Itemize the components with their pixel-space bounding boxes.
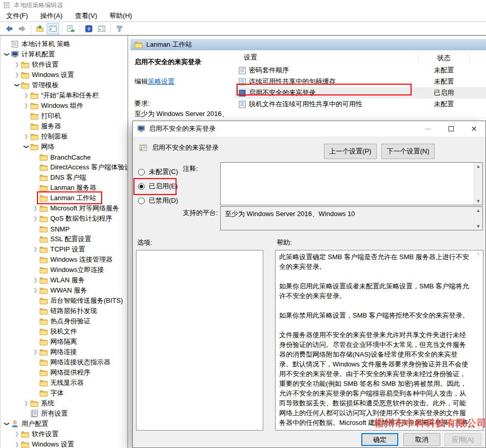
tree-item-server[interactable]: 服务器	[1, 121, 127, 131]
tree-item-wireless-display[interactable]: 无线显示器	[1, 378, 127, 388]
tree-item-control-panel[interactable]: ❯控制面板	[1, 131, 127, 142]
chevron-right-icon[interactable]: ❯	[31, 245, 40, 254]
tree-item-microsoft-peer-networking[interactable]: ❯Microsoft 对等网络服务	[1, 203, 127, 213]
tree-item-administrative-templates[interactable]: ❯管理模板	[1, 80, 127, 90]
maximize-icon[interactable]	[439, 121, 462, 137]
tree-item-windows-connection-manager[interactable]: Windows 连接管理器	[1, 255, 127, 265]
minimize-icon[interactable]	[416, 121, 439, 137]
cancel-button[interactable]: 取消	[403, 433, 440, 446]
radio-not-configured[interactable]: 未配置(C)	[138, 167, 178, 177]
back-arrow-icon[interactable]	[3, 23, 15, 34]
tree-item-dns-client[interactable]: DNS 客户端	[1, 172, 127, 183]
tree-item-local-computer-policy[interactable]: 本地计算机 策略	[1, 39, 127, 49]
tree-item-software-settings-user[interactable]: ❯软件设置	[1, 429, 127, 439]
tree-item-network-isolation[interactable]: 网络隔离	[1, 337, 127, 347]
tree-item-user-configuration[interactable]: ❯用户配置	[1, 419, 127, 429]
tree-item-all-settings[interactable]: 所有设置	[1, 408, 127, 419]
tree-item-tcpip-settings[interactable]: ❯TCPIP 设置	[1, 244, 127, 255]
radio-circle[interactable]	[138, 169, 145, 176]
tree-item-wlan-service[interactable]: ❯WLAN 服务	[1, 275, 127, 285]
tree-item-network-connections[interactable]: ❯网络连接	[1, 347, 127, 357]
tree-item-ssl-config[interactable]: SSL 配置设置	[1, 234, 127, 244]
column-header-setting[interactable]: 设置	[235, 53, 418, 62]
chevron-down-icon[interactable]: ❯	[3, 420, 11, 428]
tree-item-qos-packet-scheduler[interactable]: ❯QoS 数据包计划程序	[1, 213, 127, 224]
chevron-right-icon[interactable]: ❯	[13, 430, 21, 438]
chevron-right-icon[interactable]: ❯	[31, 215, 40, 223]
tree-item-computer-configuration[interactable]: ❯计算机配置	[1, 49, 127, 60]
radio-circle[interactable]	[138, 198, 145, 204]
tree-item-start-menu-taskbar[interactable]: ❯“开始”菜单和任务栏	[1, 90, 127, 101]
close-icon[interactable]: ✕	[462, 121, 485, 137]
ok-button[interactable]: 确定	[361, 433, 398, 446]
chevron-down-icon[interactable]: ❯	[22, 143, 30, 151]
previous-setting-button[interactable]: 上一个设置(P)	[324, 144, 377, 159]
chevron-right-icon[interactable]: ❯	[31, 204, 40, 212]
menu-view[interactable]: 查看(V)	[69, 10, 103, 22]
radio-enabled[interactable]: 已启用(E)	[138, 182, 178, 191]
tree-item-windows-settings-user[interactable]: ❯Windows 设置	[1, 439, 127, 448]
tree-item-directaccess-client[interactable]: DirectAccess 客户端体验设置	[1, 162, 127, 172]
chevron-right-icon[interactable]: ❯	[13, 61, 21, 69]
chevron-right-icon[interactable]: ❯	[31, 276, 40, 284]
tree-item-lanman-workstation[interactable]: Lanman 工作站	[1, 193, 127, 203]
chevron-down-icon[interactable]: ❯	[13, 81, 21, 89]
settings-row[interactable]: 脱机文件在连续可用性共享中的可用性 未配置	[235, 99, 486, 110]
chevron-right-icon[interactable]: ❯	[22, 399, 30, 407]
chevron-right-icon[interactable]: ❯	[22, 132, 30, 141]
radio-disabled[interactable]: 已禁用(D)	[138, 196, 178, 205]
tree-item-offline-files[interactable]: 脱机文件	[1, 326, 127, 337]
policy-settings-link[interactable]: 策略设置	[148, 77, 174, 85]
tree-item-printers[interactable]: 打印机	[1, 111, 127, 121]
help-scrollbar[interactable]: ∧∨	[474, 251, 482, 430]
tree-item-windows-connect-now[interactable]: Windows立即连接	[1, 265, 127, 275]
chevron-right-icon[interactable]: ❯	[31, 348, 40, 356]
settings-row-selected[interactable]: 启用不安全的来宾登录 已启用	[235, 87, 486, 99]
chevron-right-icon[interactable]: ❯	[13, 440, 21, 448]
menu-action[interactable]: 操作(A)	[34, 10, 69, 22]
radio-circle-selected[interactable]	[138, 183, 145, 190]
chevron-down-icon[interactable]: ❯	[3, 50, 11, 59]
settings-row[interactable]: 连续可用性共享中的句柄缓存 未配置	[235, 76, 486, 87]
tree-item-wwan-service[interactable]: ❯WWAN 服务	[1, 285, 127, 296]
tree-item-link-layer-topology[interactable]: 链路层拓扑发现	[1, 306, 127, 316]
tree-item-windows-components[interactable]: ❯Windows 组件	[1, 101, 127, 111]
menu-help[interactable]: 帮助(H)	[103, 10, 138, 22]
tree-item-network-connectivity-status[interactable]: 网络连接状态指示器	[1, 357, 127, 367]
help-icon[interactable]	[83, 23, 95, 34]
tree-item-software-settings[interactable]: ❯软件设置	[1, 60, 127, 70]
up-one-level-folder-icon[interactable]	[34, 23, 46, 34]
tree-item-hotspot-auth[interactable]: 热点身份验证	[1, 316, 127, 326]
export-list-icon[interactable]	[65, 23, 77, 34]
comment-scrollbar[interactable]: ▲▼	[474, 163, 482, 205]
folder-icon	[30, 143, 38, 151]
comment-textarea[interactable]: ▲▼	[220, 162, 483, 205]
chevron-right-icon[interactable]: ❯	[22, 102, 30, 110]
show-action-pane-icon[interactable]	[95, 23, 108, 34]
platforms-scrollbar[interactable]: ▲▼	[474, 207, 482, 230]
column-header-status[interactable]: 状态	[418, 54, 470, 62]
chevron-right-icon[interactable]: ❯	[31, 286, 40, 295]
show-console-tree-icon[interactable]	[47, 23, 59, 34]
folder-icon	[40, 163, 48, 171]
chevron-right-icon[interactable]: ❯	[22, 91, 30, 100]
options-pane	[136, 250, 263, 431]
tree-item-network[interactable]: ❯网络	[1, 142, 127, 152]
next-setting-button[interactable]: 下一个设置(N)	[381, 144, 435, 159]
tree-item-bits[interactable]: 后台智能传送服务(BITS)	[1, 296, 127, 306]
settings-row[interactable]: 密码套件顺序 未配置	[235, 65, 486, 76]
tree-item-lanman-server[interactable]: Lanman 服务器	[1, 183, 127, 193]
status-value: 未配置	[418, 77, 470, 86]
tree-item-windows-settings[interactable]: ❯Windows 设置	[1, 70, 127, 80]
folder-icon	[40, 215, 48, 223]
tree-item-snmp[interactable]: SNMP	[1, 224, 127, 234]
tree-item-fonts[interactable]: 字体	[1, 388, 127, 398]
filter-icon[interactable]	[113, 23, 126, 34]
tree-item-branchcache[interactable]: BranchCache	[1, 152, 127, 162]
forward-arrow-icon[interactable]	[16, 23, 28, 34]
chevron-right-icon[interactable]: ❯	[13, 71, 21, 79]
folder-icon	[30, 91, 38, 100]
tree-item-system[interactable]: ❯系统	[1, 398, 127, 408]
menu-file[interactable]: 文件(F)	[0, 10, 34, 22]
tree-item-network-provider[interactable]: 网络提供程序	[1, 367, 127, 378]
